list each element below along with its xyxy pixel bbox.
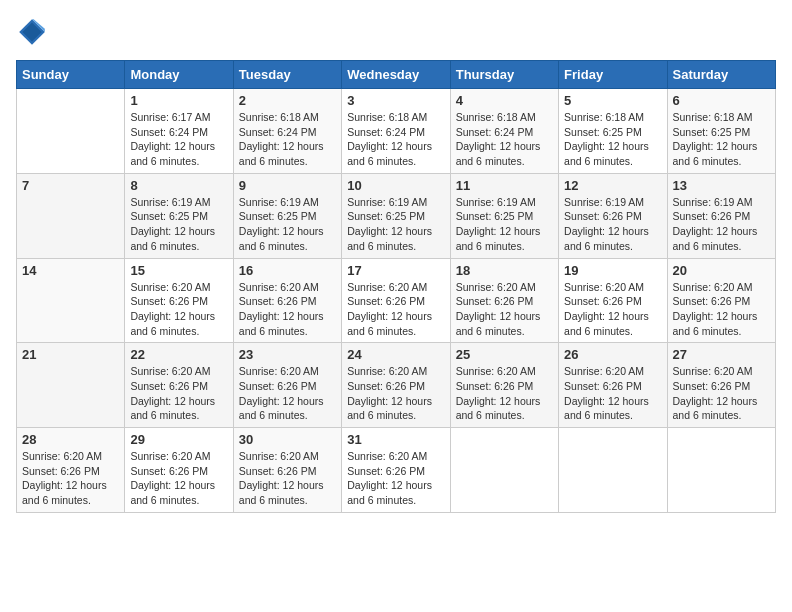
day-info: Sunrise: 6:20 AM Sunset: 6:26 PM Dayligh… [239,364,336,423]
day-info: Sunrise: 6:20 AM Sunset: 6:26 PM Dayligh… [130,449,227,508]
day-number: 2 [239,93,336,108]
day-number: 13 [673,178,770,193]
day-number: 1 [130,93,227,108]
calendar-cell: 11Sunrise: 6:19 AM Sunset: 6:25 PM Dayli… [450,173,558,258]
calendar-week-2: 78Sunrise: 6:19 AM Sunset: 6:25 PM Dayli… [17,173,776,258]
day-number: 14 [22,263,119,278]
calendar-cell: 24Sunrise: 6:20 AM Sunset: 6:26 PM Dayli… [342,343,450,428]
calendar-cell [559,428,667,513]
day-number: 19 [564,263,661,278]
day-info: Sunrise: 6:20 AM Sunset: 6:26 PM Dayligh… [347,364,444,423]
calendar-cell: 4Sunrise: 6:18 AM Sunset: 6:24 PM Daylig… [450,89,558,174]
calendar-week-4: 2122Sunrise: 6:20 AM Sunset: 6:26 PM Day… [17,343,776,428]
calendar-cell: 30Sunrise: 6:20 AM Sunset: 6:26 PM Dayli… [233,428,341,513]
day-info: Sunrise: 6:19 AM Sunset: 6:26 PM Dayligh… [564,195,661,254]
day-info: Sunrise: 6:20 AM Sunset: 6:26 PM Dayligh… [22,449,119,508]
day-number: 30 [239,432,336,447]
day-info: Sunrise: 6:19 AM Sunset: 6:25 PM Dayligh… [456,195,553,254]
day-number: 7 [22,178,119,193]
day-number: 4 [456,93,553,108]
day-number: 21 [22,347,119,362]
day-number: 6 [673,93,770,108]
logo [16,16,54,48]
calendar-cell [667,428,775,513]
day-number: 9 [239,178,336,193]
calendar-cell: 28Sunrise: 6:20 AM Sunset: 6:26 PM Dayli… [17,428,125,513]
day-info: Sunrise: 6:20 AM Sunset: 6:26 PM Dayligh… [673,280,770,339]
day-info: Sunrise: 6:18 AM Sunset: 6:24 PM Dayligh… [347,110,444,169]
day-info: Sunrise: 6:20 AM Sunset: 6:26 PM Dayligh… [564,280,661,339]
day-info: Sunrise: 6:20 AM Sunset: 6:26 PM Dayligh… [673,364,770,423]
calendar-cell [450,428,558,513]
day-info: Sunrise: 6:20 AM Sunset: 6:26 PM Dayligh… [130,280,227,339]
day-number: 28 [22,432,119,447]
day-number: 29 [130,432,227,447]
day-info: Sunrise: 6:20 AM Sunset: 6:26 PM Dayligh… [564,364,661,423]
calendar-cell: 29Sunrise: 6:20 AM Sunset: 6:26 PM Dayli… [125,428,233,513]
day-info: Sunrise: 6:19 AM Sunset: 6:25 PM Dayligh… [130,195,227,254]
calendar-cell: 25Sunrise: 6:20 AM Sunset: 6:26 PM Dayli… [450,343,558,428]
calendar-cell [17,89,125,174]
day-info: Sunrise: 6:17 AM Sunset: 6:24 PM Dayligh… [130,110,227,169]
day-number: 18 [456,263,553,278]
day-info: Sunrise: 6:19 AM Sunset: 6:26 PM Dayligh… [673,195,770,254]
calendar-cell: 6Sunrise: 6:18 AM Sunset: 6:25 PM Daylig… [667,89,775,174]
header-tuesday: Tuesday [233,61,341,89]
calendar-cell: 9Sunrise: 6:19 AM Sunset: 6:25 PM Daylig… [233,173,341,258]
calendar-cell: 1Sunrise: 6:17 AM Sunset: 6:24 PM Daylig… [125,89,233,174]
day-number: 22 [130,347,227,362]
calendar-cell: 21 [17,343,125,428]
day-number: 26 [564,347,661,362]
day-number: 27 [673,347,770,362]
calendar-cell: 19Sunrise: 6:20 AM Sunset: 6:26 PM Dayli… [559,258,667,343]
calendar-cell: 14 [17,258,125,343]
day-number: 8 [130,178,227,193]
header-friday: Friday [559,61,667,89]
day-number: 31 [347,432,444,447]
calendar-cell: 16Sunrise: 6:20 AM Sunset: 6:26 PM Dayli… [233,258,341,343]
header-sunday: Sunday [17,61,125,89]
day-info: Sunrise: 6:18 AM Sunset: 6:24 PM Dayligh… [239,110,336,169]
day-info: Sunrise: 6:20 AM Sunset: 6:26 PM Dayligh… [130,364,227,423]
calendar-cell: 13Sunrise: 6:19 AM Sunset: 6:26 PM Dayli… [667,173,775,258]
calendar-cell: 15Sunrise: 6:20 AM Sunset: 6:26 PM Dayli… [125,258,233,343]
day-info: Sunrise: 6:20 AM Sunset: 6:26 PM Dayligh… [347,449,444,508]
day-info: Sunrise: 6:20 AM Sunset: 6:26 PM Dayligh… [456,364,553,423]
calendar-cell: 20Sunrise: 6:20 AM Sunset: 6:26 PM Dayli… [667,258,775,343]
day-info: Sunrise: 6:20 AM Sunset: 6:26 PM Dayligh… [347,280,444,339]
day-number: 5 [564,93,661,108]
day-number: 23 [239,347,336,362]
calendar-cell: 18Sunrise: 6:20 AM Sunset: 6:26 PM Dayli… [450,258,558,343]
day-number: 16 [239,263,336,278]
day-number: 20 [673,263,770,278]
calendar-cell: 2Sunrise: 6:18 AM Sunset: 6:24 PM Daylig… [233,89,341,174]
page-header [16,16,776,48]
header-monday: Monday [125,61,233,89]
calendar-table: SundayMondayTuesdayWednesdayThursdayFrid… [16,60,776,513]
calendar-cell: 7 [17,173,125,258]
day-number: 15 [130,263,227,278]
day-number: 11 [456,178,553,193]
calendar-cell: 10Sunrise: 6:19 AM Sunset: 6:25 PM Dayli… [342,173,450,258]
calendar-week-1: 1Sunrise: 6:17 AM Sunset: 6:24 PM Daylig… [17,89,776,174]
calendar-cell: 27Sunrise: 6:20 AM Sunset: 6:26 PM Dayli… [667,343,775,428]
day-info: Sunrise: 6:20 AM Sunset: 6:26 PM Dayligh… [456,280,553,339]
day-info: Sunrise: 6:18 AM Sunset: 6:24 PM Dayligh… [456,110,553,169]
calendar-cell: 22Sunrise: 6:20 AM Sunset: 6:26 PM Dayli… [125,343,233,428]
day-number: 3 [347,93,444,108]
header-thursday: Thursday [450,61,558,89]
calendar-week-5: 28Sunrise: 6:20 AM Sunset: 6:26 PM Dayli… [17,428,776,513]
calendar-cell: 5Sunrise: 6:18 AM Sunset: 6:25 PM Daylig… [559,89,667,174]
day-number: 24 [347,347,444,362]
day-info: Sunrise: 6:20 AM Sunset: 6:26 PM Dayligh… [239,449,336,508]
day-info: Sunrise: 6:19 AM Sunset: 6:25 PM Dayligh… [347,195,444,254]
calendar-cell: 12Sunrise: 6:19 AM Sunset: 6:26 PM Dayli… [559,173,667,258]
day-info: Sunrise: 6:18 AM Sunset: 6:25 PM Dayligh… [673,110,770,169]
calendar-cell: 8Sunrise: 6:19 AM Sunset: 6:25 PM Daylig… [125,173,233,258]
header-wednesday: Wednesday [342,61,450,89]
day-info: Sunrise: 6:20 AM Sunset: 6:26 PM Dayligh… [239,280,336,339]
logo-icon [16,16,48,48]
header-saturday: Saturday [667,61,775,89]
day-number: 17 [347,263,444,278]
calendar-header-row: SundayMondayTuesdayWednesdayThursdayFrid… [17,61,776,89]
